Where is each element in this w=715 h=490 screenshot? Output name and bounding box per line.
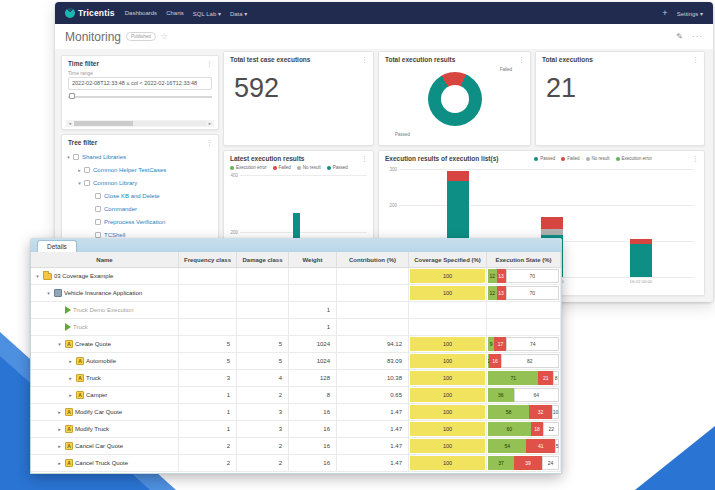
column-header-execution-state-[interactable]: Execution State (%) — [487, 252, 561, 267]
cell-contribution: 1.47 — [337, 455, 409, 471]
table-row[interactable]: ▸ACancel Car Quote22161.4710054415 — [31, 438, 561, 455]
column-header-frequency-class[interactable]: Frequency class — [179, 252, 237, 267]
column-header-name[interactable]: Name — [31, 252, 179, 267]
table-row[interactable]: ▾ACreate Quote55102494.1210091774 — [31, 336, 561, 353]
execution-bar: 583210 — [488, 405, 559, 419]
nav-item-sql-lab[interactable]: SQL Lab ▾ — [193, 10, 221, 17]
slider-handle[interactable] — [69, 93, 75, 99]
scroll-track[interactable] — [74, 121, 206, 126]
card-menu-icon[interactable]: ⋮ — [361, 56, 368, 63]
tree-item[interactable]: Close KB and Delete — [62, 189, 218, 202]
favorite-star-icon[interactable]: ☆ — [161, 32, 168, 41]
top-navbar: Tricentis DashboardsChartsSQL Lab ▾Data … — [55, 2, 713, 24]
card-menu-icon[interactable]: ⋮ — [518, 56, 525, 63]
checkbox[interactable] — [95, 219, 101, 225]
table-row[interactable]: ▸AModify Car Quote13161.47100583210 — [31, 404, 561, 421]
card-menu-icon[interactable]: ⋮ — [206, 139, 213, 146]
checkbox[interactable] — [84, 180, 90, 186]
more-menu-icon[interactable]: ··· — [692, 32, 703, 41]
header-actions: ✎ ··· — [676, 32, 703, 41]
scroll-left-icon[interactable]: ◂ — [66, 121, 74, 126]
tree-item[interactable]: Preprocess Verification — [62, 215, 218, 228]
card-menu-icon[interactable]: ⋮ — [361, 155, 368, 162]
scroll-thumb[interactable] — [74, 121, 133, 126]
legend-item-passed[interactable]: Passed — [534, 156, 555, 161]
expand-icon[interactable]: ▸ — [56, 460, 63, 466]
table-row[interactable]: ▸ATruck3412810.3810071218 — [31, 370, 561, 387]
cell-coverage: 100 — [409, 455, 487, 471]
expand-icon[interactable]: ▸ — [67, 392, 74, 398]
cell-contribution — [337, 319, 409, 335]
add-button[interactable]: + — [662, 9, 667, 18]
table-row[interactable]: ▸ACancel Truck Quote22161.47100373924 — [31, 455, 561, 472]
collapse-icon[interactable]: ▾ — [34, 273, 41, 279]
time-range-slider[interactable] — [68, 93, 212, 101]
checkbox[interactable] — [95, 206, 101, 212]
expand-icon[interactable]: ▸ — [56, 443, 63, 449]
cell-frequency: 1 — [179, 404, 237, 420]
cell-frequency: 3 — [179, 370, 237, 386]
tree-item[interactable]: ▸Common Helper TestCases — [62, 163, 218, 176]
tree-item[interactable]: ▾Shared Libraries — [62, 150, 218, 163]
expand-icon[interactable]: ▸ — [67, 358, 74, 364]
donut-chart — [428, 72, 482, 126]
legend-item-execution-error[interactable]: Execution error — [616, 156, 653, 161]
table-row[interactable]: ▸ACamper1280.651003664 — [31, 387, 561, 404]
checkbox[interactable] — [95, 193, 101, 199]
expand-icon[interactable]: ▸ — [56, 426, 63, 432]
cell-frequency: 5 — [179, 353, 237, 369]
legend-item-failed[interactable]: Failed — [273, 165, 291, 170]
nav-item-charts[interactable]: Charts — [166, 10, 184, 17]
cell-damage: 3 — [237, 421, 289, 437]
card-menu-icon[interactable]: ⋮ — [692, 155, 699, 162]
table-row[interactable]: Truck Demo Execution1 — [31, 302, 561, 319]
cell-frequency: 2 — [179, 455, 237, 471]
expand-icon[interactable]: ▸ — [56, 409, 63, 415]
legend-item-no-result[interactable]: No result — [586, 156, 610, 161]
legend-item-failed[interactable]: Failed — [561, 156, 579, 161]
legend-item-passed[interactable]: Passed — [327, 165, 348, 170]
legend-item-no-result[interactable]: No result — [297, 165, 321, 170]
column-header-contribution-[interactable]: Contribution (%) — [337, 252, 409, 267]
time-filter-scrollbar[interactable]: ◂ ▸ — [66, 120, 214, 127]
tree-item[interactable]: ▾Common Library — [62, 176, 218, 189]
tree-item-label: Close KB and Delete — [104, 193, 160, 199]
tree-item[interactable]: Commander — [62, 202, 218, 215]
expand-icon[interactable]: ▸ — [67, 375, 74, 381]
cell-execution-state: 373924 — [487, 455, 561, 471]
coverage-bar: 100 — [410, 354, 485, 368]
column-header-weight[interactable]: Weight — [289, 252, 337, 267]
tricentis-brand[interactable]: Tricentis — [65, 8, 115, 18]
table-row[interactable]: Truck1 — [31, 319, 561, 336]
donut-label-failed: Failed — [500, 67, 512, 72]
table-row[interactable]: ▸AModify Truck13161.47100601822 — [31, 421, 561, 438]
column-header-damage-class[interactable]: Damage class — [237, 252, 289, 267]
donut-label-passed: Passed — [395, 132, 410, 137]
collapse-icon[interactable]: ▾ — [75, 180, 84, 186]
collapse-icon[interactable]: ▾ — [45, 290, 52, 296]
collapse-icon[interactable]: ▾ — [56, 341, 63, 347]
checkbox[interactable] — [73, 154, 79, 160]
checkbox[interactable] — [95, 232, 101, 238]
edit-icon[interactable]: ✎ — [676, 32, 683, 41]
scroll-right-icon[interactable]: ▸ — [206, 121, 214, 126]
checkbox[interactable] — [84, 167, 90, 173]
nav-item-data[interactable]: Data ▾ — [230, 10, 247, 17]
card-menu-icon[interactable]: ⋮ — [206, 60, 213, 67]
legend-item-execution-error[interactable]: Execution error — [230, 165, 267, 170]
nav-item-dashboards[interactable]: Dashboards — [125, 10, 157, 17]
execution-bar: 54415 — [488, 439, 559, 453]
time-range-value[interactable]: 2022-02-08T12:33:48 ≤ col < 2022-02-16T1… — [68, 77, 212, 90]
settings-menu[interactable]: Settings ▾ — [677, 10, 703, 17]
card-menu-icon[interactable]: ⋮ — [692, 56, 699, 63]
collapse-icon[interactable]: ▾ — [64, 154, 73, 160]
details-tab[interactable]: Details — [37, 240, 77, 252]
execution-segment-red: 13 — [497, 286, 506, 300]
table-row[interactable]: ▸AAutomobile55102483.0910021682 — [31, 353, 561, 370]
table-row[interactable]: ▾03 Coverage Example100121370 — [31, 268, 561, 285]
expand-icon[interactable]: ▸ — [75, 167, 84, 173]
column-header-coverage-specified-[interactable]: Coverage Specified (%) — [409, 252, 487, 267]
passed-legend-dot — [327, 166, 331, 170]
table-row[interactable]: ▾Vehicle Insurance Application100121370 — [31, 285, 561, 302]
cell-name: ▸AAutomobile — [31, 353, 179, 369]
